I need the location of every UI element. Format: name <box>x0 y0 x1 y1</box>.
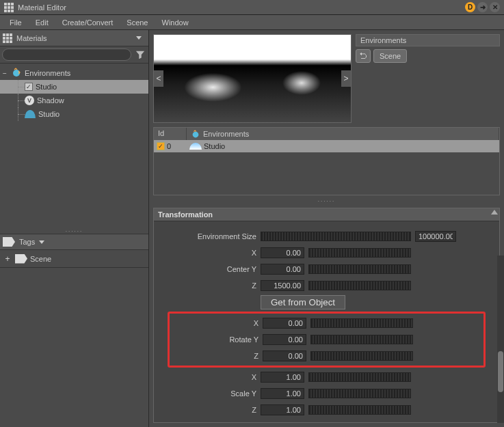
material-tree: − Environments ✓ Studio V Shadow Studio <box>0 64 148 228</box>
splitter-grip[interactable]: ······ <box>0 228 148 234</box>
preview-next-button[interactable]: > <box>341 70 351 87</box>
column-environments[interactable]: Environments <box>187 128 499 140</box>
dropdown-arrow-icon <box>136 36 142 40</box>
tag-icon <box>15 254 27 264</box>
label: X <box>170 319 258 327</box>
tree-node-studio-1[interactable]: ✓ Studio <box>0 80 148 94</box>
undock-arrow-button[interactable]: ➜ <box>477 2 488 12</box>
get-from-object-button[interactable]: Get from Object <box>261 295 345 309</box>
value-input[interactable] <box>263 350 306 361</box>
prop-scale-z: Z <box>168 402 486 418</box>
splitter-grip[interactable]: ······ <box>149 198 504 205</box>
menu-scene[interactable]: Scene <box>120 16 155 29</box>
label: Z <box>170 352 258 360</box>
slider[interactable] <box>308 405 411 415</box>
environments-panel: Environments ⮌ Scene <box>356 34 500 123</box>
environments-header: Environments <box>356 34 500 46</box>
prop-center-x: X <box>168 245 486 261</box>
left-sidebar: Materials − Environments ✓ Studio <box>0 30 149 427</box>
titlebar: Material Editor D ➜ ✕ <box>0 0 504 15</box>
slider[interactable] <box>310 318 413 328</box>
tags-panel-header[interactable]: Tags <box>0 234 148 250</box>
checkbox-icon[interactable]: ✓ <box>25 83 33 91</box>
prop-rotate-y: Rotate Y <box>170 331 483 348</box>
slider[interactable] <box>310 335 413 344</box>
value-input[interactable] <box>261 264 304 275</box>
prop-rotate-x: X <box>170 315 483 331</box>
tree-label: Studio <box>36 83 57 91</box>
menu-edit[interactable]: Edit <box>29 16 55 29</box>
value-input[interactable] <box>415 231 456 242</box>
label: X <box>168 373 256 381</box>
slider[interactable] <box>308 281 411 290</box>
prop-scale-x: X <box>168 369 486 385</box>
app-grid-icon <box>4 3 14 12</box>
value-input[interactable] <box>261 372 304 383</box>
checkbox-icon[interactable]: ✓ <box>157 142 165 150</box>
label: Z <box>168 281 256 290</box>
dropdown-arrow-icon <box>39 240 44 244</box>
dock-button[interactable]: D <box>465 2 475 12</box>
materials-panel-header[interactable]: Materials <box>0 30 148 46</box>
close-button[interactable]: ✕ <box>490 2 500 12</box>
expand-icon[interactable]: + <box>3 254 12 264</box>
value-input[interactable] <box>261 247 304 258</box>
environment-list: Id Environments ✓ 0 Studio <box>153 127 500 195</box>
value-input[interactable] <box>261 388 304 399</box>
search-input[interactable] <box>2 49 131 61</box>
slider[interactable] <box>308 372 411 382</box>
prop-rotate-z: Z <box>170 348 483 364</box>
menu-create-convert[interactable]: Create/Convert <box>55 16 120 29</box>
label: Scale Y <box>168 389 256 398</box>
value-input[interactable] <box>261 404 304 415</box>
slider[interactable] <box>261 232 411 241</box>
environments-icon <box>191 129 200 139</box>
section-header-transformation[interactable]: Transformation <box>154 208 499 221</box>
scroll-up-arrow[interactable] <box>491 210 498 215</box>
preview-viewport: < > <box>153 34 352 123</box>
label: Z <box>168 406 256 414</box>
tree-node-environments[interactable]: − Environments <box>0 66 148 80</box>
scrollbar-thumb[interactable] <box>498 351 503 392</box>
row-name: Studio <box>204 142 225 150</box>
slider[interactable] <box>308 264 411 274</box>
value-input[interactable] <box>261 280 304 291</box>
back-button[interactable]: ⮌ <box>356 49 371 63</box>
studio-dome-icon <box>189 143 202 150</box>
environments-icon <box>11 68 22 79</box>
filter-button[interactable] <box>134 49 146 61</box>
slider[interactable] <box>308 389 411 398</box>
highlighted-rotate-group: X Rotate Y Z <box>168 312 486 368</box>
value-input[interactable] <box>263 318 306 329</box>
column-id[interactable]: Id <box>154 128 187 140</box>
prop-get-from-object: Get from Object <box>168 294 486 310</box>
prop-scale-y: Scale Y <box>168 385 486 402</box>
prop-center-y: Center Y <box>168 261 486 277</box>
label: Rotate Y <box>170 335 258 344</box>
collapse-icon[interactable]: − <box>3 70 11 77</box>
window-title: Material Editor <box>18 3 465 12</box>
menubar: File Edit Create/Convert Scene Window <box>0 15 504 30</box>
label: Center Y <box>168 265 256 273</box>
right-area: < > Environments ⮌ Scene Id Environm <box>149 30 504 427</box>
prop-center-z: Z <box>168 277 486 294</box>
value-input[interactable] <box>263 334 306 345</box>
tree-node-shadow[interactable]: V Shadow <box>0 94 148 107</box>
preview-prev-button[interactable]: < <box>154 70 163 87</box>
grid-icon <box>3 33 12 43</box>
slider[interactable] <box>308 248 411 258</box>
scene-button[interactable]: Scene <box>373 49 407 63</box>
svg-point-1 <box>193 132 199 138</box>
tree-label: Environments <box>25 69 70 77</box>
materials-label: Materials <box>16 34 132 42</box>
tags-scene-row[interactable]: + Scene <box>0 250 148 268</box>
preview-image <box>154 35 351 122</box>
vertical-scrollbar[interactable] <box>497 256 504 423</box>
slider[interactable] <box>310 351 413 361</box>
tree-node-studio-2[interactable]: Studio <box>0 107 148 121</box>
label: X <box>168 249 256 257</box>
list-row[interactable]: ✓ 0 Studio <box>154 140 499 152</box>
menu-file[interactable]: File <box>3 16 29 29</box>
scene-tag-label: Scene <box>30 255 51 263</box>
menu-window[interactable]: Window <box>155 16 196 29</box>
